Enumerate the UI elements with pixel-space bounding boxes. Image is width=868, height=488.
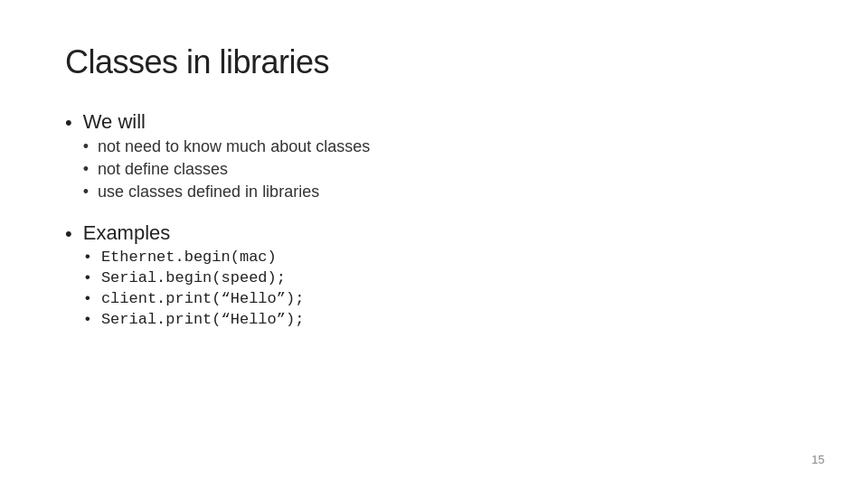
page-number: 15 <box>812 453 825 466</box>
sub-list-we-will: • not need to know much about classes • … <box>83 137 371 205</box>
code-item-1: • Ethernet.begin(mac) <box>83 249 305 266</box>
bullet-label-we-will: We will <box>83 110 371 134</box>
bullet-examples: • Examples • Ethernet.begin(mac) • Seria… <box>65 221 803 332</box>
sub-dot-1: • <box>83 137 89 156</box>
sub-list-examples: • Ethernet.begin(mac) • Serial.begin(spe… <box>83 249 305 332</box>
main-bullet-list: • We will • not need to know much about … <box>65 110 803 332</box>
code-dot-3: • <box>83 290 92 307</box>
bullet-content-1: We will • not need to know much about cl… <box>83 110 371 205</box>
bullet-dot-1: • <box>65 110 72 136</box>
slide: Classes in libraries • We will • not nee… <box>0 0 868 488</box>
slide-title: Classes in libraries <box>65 43 803 81</box>
sub-item-1: • not need to know much about classes <box>83 137 371 156</box>
code-item-4: • Serial.print(“Hello”); <box>83 311 305 328</box>
sub-item-3: • use classes defined in libraries <box>83 183 371 202</box>
sub-dot-3: • <box>83 183 89 202</box>
code-dot-2: • <box>83 269 92 286</box>
code-item-2: • Serial.begin(speed); <box>83 269 305 286</box>
code-item-3: • client.print(“Hello”); <box>83 290 305 307</box>
bullet-content-2: Examples • Ethernet.begin(mac) • Serial.… <box>83 221 305 332</box>
sub-dot-2: • <box>83 160 89 179</box>
sub-item-2: • not define classes <box>83 160 371 179</box>
bullet-we-will: • We will • not need to know much about … <box>65 110 803 205</box>
code-dot-1: • <box>83 249 92 266</box>
code-dot-4: • <box>83 311 92 328</box>
bullet-dot-2: • <box>65 221 72 248</box>
bullet-label-examples: Examples <box>83 221 305 245</box>
